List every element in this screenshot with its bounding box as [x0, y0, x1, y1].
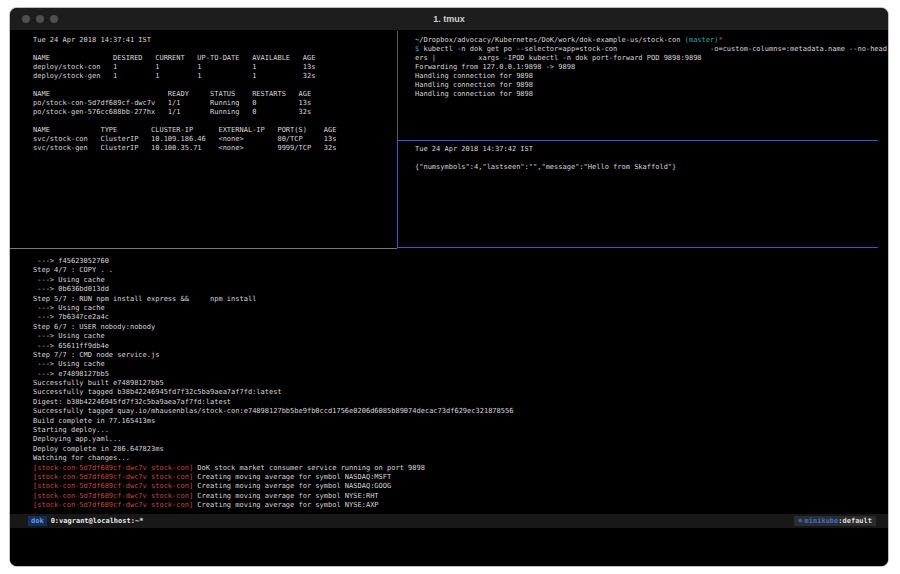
close-button[interactable]	[22, 15, 30, 23]
terminal-line: svc/stock-gen ClusterIP 10.100.35.71 <no…	[33, 144, 397, 153]
cluster-name: minikube	[805, 517, 839, 525]
terminal-line: ---> Using cache	[33, 332, 888, 341]
terminal-line: [stock-con-5d7df689cf-dwc7v stock-con] C…	[33, 482, 888, 491]
terminal-line: ---> Using cache	[33, 360, 888, 369]
terminal-line	[33, 81, 397, 90]
pane-skaffold-build-log[interactable]: ---> f45623052760Step 4/7 : COPY . . ---…	[10, 249, 888, 512]
terminal-line	[33, 45, 397, 54]
cluster-badge: ☸ minikube :default	[794, 516, 876, 526]
terminal-line: Tue 24 Apr 2018 14:37:41 IST	[33, 36, 397, 45]
status-bar: dok 0:vagrant@localhost:~* ☸ minikube :d…	[10, 514, 888, 528]
pane-kubectl-resources[interactable]: Tue 24 Apr 2018 14:37:41 IST NAME DESIRE…	[10, 31, 397, 248]
terminal-line: ---> 0b636bd013dd	[33, 285, 888, 294]
terminal-line: NAME READY STATUS RESTARTS AGE	[33, 90, 397, 99]
terminal-line: [stock-con-5d7df689cf-dwc7v stock-con] C…	[33, 473, 888, 482]
terminal-line: Deploy complete in 286.647823ms	[33, 445, 888, 454]
window-title: 1. tmux	[433, 14, 465, 24]
terminal-line: deploy/stock-con 1 1 1 1 13s	[33, 63, 397, 72]
terminal-line: Successfully tagged b38b42246945fd7f32c5…	[33, 388, 888, 397]
terminal-line: Step 6/7 : USER nobody:nobody	[33, 323, 888, 332]
traffic-lights	[22, 8, 58, 30]
terminal-line: Handling connection for 9898	[415, 72, 888, 81]
terminal-line: ---> f45623052760	[33, 257, 888, 266]
terminal-line: ers | xargs -IPOD kubectl -n dok port-fo…	[415, 54, 888, 63]
zoom-button[interactable]	[50, 15, 58, 23]
terminal-line: Forwarding from 127.0.0.1:9898 -> 9898	[415, 63, 888, 72]
titlebar: 1. tmux	[10, 8, 888, 31]
terminal-line: Digest: b38b42246945fd7f32c5ba9aea7af7fd…	[33, 398, 888, 407]
terminal-line	[415, 154, 878, 163]
terminal-line: ---> e74898127bb5	[33, 370, 888, 379]
terminal-line: {"numsymbols":4,"lastseen":"","message":…	[415, 163, 878, 172]
terminal-line: Step 5/7 : RUN npm install express && np…	[33, 295, 888, 304]
terminal-line: [stock-con-5d7df689cf-dwc7v stock-con] C…	[33, 501, 888, 510]
terminal-line: [stock-con-5d7df689cf-dwc7v stock-con] C…	[33, 492, 888, 501]
terminal-line: $ kubectl -n dok get po --selector=app=s…	[415, 45, 888, 54]
pane-consumer-output-active[interactable]: Tue 24 Apr 2018 14:37:42 IST {"numsymbol…	[397, 140, 878, 248]
terminal-line: ---> Using cache	[33, 304, 888, 313]
terminal-window: 1. tmux Tue 24 Apr 2018 14:37:41 IST NAM…	[10, 8, 888, 566]
terminal-line: svc/stock-con ClusterIP 10.109.186.46 <n…	[33, 135, 397, 144]
minimize-button[interactable]	[36, 15, 44, 23]
terminal-line: deploy/stock-gen 1 1 1 1 32s	[33, 72, 397, 81]
terminal-line: NAME DESIRED CURRENT UP-TO-DATE AVAILABL…	[33, 54, 397, 63]
terminal-line: Step 4/7 : COPY . .	[33, 266, 888, 275]
terminal-line: Handling connection for 9898	[415, 90, 888, 99]
terminal-line: Starting deploy...	[33, 426, 888, 435]
terminal-line: ---> Using cache	[33, 276, 888, 285]
terminal-line: [stock-con-5d7df689cf-dwc7v stock-con] D…	[33, 464, 888, 473]
context-name: :default	[838, 517, 872, 525]
terminal-line: Successfully tagged quay.io/mhausenblas/…	[33, 407, 888, 416]
kubernetes-icon: ☸	[798, 517, 802, 525]
terminal-line: Watching for changes...	[33, 454, 888, 463]
terminal-line: ---> 7b6347ce2a4c	[33, 313, 888, 322]
terminal-line: Handling connection for 9898	[415, 81, 888, 90]
terminal-line: ---> 65611ff9db4e	[33, 342, 888, 351]
terminal-line: Tue 24 Apr 2018 14:37:42 IST	[415, 145, 878, 154]
terminal-line: ~/Dropbox/advocacy/Kubernetes/DoK/work/d…	[415, 36, 888, 45]
terminal-line: Step 7/7 : CMD node service.js	[33, 351, 888, 360]
terminal-line: Build complete in 77.165413ms	[33, 417, 888, 426]
pane-port-forward[interactable]: ~/Dropbox/advocacy/Kubernetes/DoK/work/d…	[398, 31, 888, 140]
terminal-line: Deploying app.yaml...	[33, 435, 888, 444]
tmux-content: Tue 24 Apr 2018 14:37:41 IST NAME DESIRE…	[10, 31, 888, 566]
terminal-line: NAME TYPE CLUSTER-IP EXTERNAL-IP PORT(S)…	[33, 126, 397, 135]
terminal-line: Successfully built e74898127bb5	[33, 379, 888, 388]
terminal-line: po/stock-con-5d7df689cf-dwc7v 1/1 Runnin…	[33, 99, 397, 108]
terminal-line	[33, 117, 397, 126]
terminal-line: po/stock-gen-576cc688bb-277hx 1/1 Runnin…	[33, 108, 397, 117]
session-badge[interactable]: dok	[28, 516, 47, 526]
window-status[interactable]: 0:vagrant@localhost:~*	[51, 517, 144, 525]
